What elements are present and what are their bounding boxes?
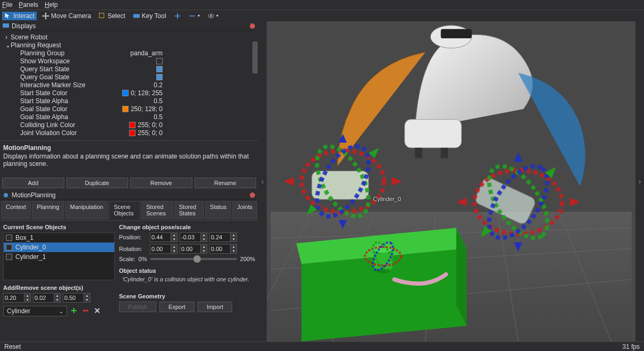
move-camera-tool[interactable]: Move Camera (40, 12, 93, 20)
add-button[interactable]: Add (2, 178, 64, 188)
tree-row[interactable]: Goal State Color250; 128; 0 (1, 105, 258, 113)
publish-button[interactable]: Publish (119, 302, 156, 312)
menu-panels[interactable]: Panels (19, 1, 38, 9)
viewport-3d[interactable]: Cylinder_0 (267, 21, 635, 341)
spin-down-icon[interactable]: ▾ (171, 249, 177, 253)
tab-scene-objects[interactable]: Scene Objects (109, 201, 140, 219)
tree-row[interactable]: Query Goal State (1, 73, 258, 81)
close-icon[interactable] (250, 23, 255, 29)
list-item[interactable]: Box_1 (4, 233, 114, 243)
duplicate-button[interactable]: Duplicate (66, 178, 129, 188)
view-tool[interactable]: ▾ (205, 12, 221, 20)
spin-up-icon[interactable]: ▴ (201, 233, 207, 237)
spin-down-icon[interactable]: ▾ (201, 249, 207, 253)
scene-objects-list[interactable]: Box_1Cylinder_0Cylinder_1 (3, 232, 115, 280)
spin-down-icon[interactable]: ▾ (54, 298, 60, 302)
remove-button[interactable]: Remove (130, 178, 192, 188)
tab-planning[interactable]: Planning (32, 201, 64, 219)
dim-0[interactable]: ▴▾ (3, 293, 31, 303)
tree-row[interactable]: Interactive Marker Size0.2 (1, 81, 258, 89)
add-tool[interactable] (172, 12, 183, 20)
remove-object-button[interactable] (81, 306, 90, 315)
import-button[interactable]: Import (198, 302, 232, 312)
dim-2[interactable]: ▴▾ (63, 293, 90, 303)
clear-objects-button[interactable] (92, 306, 102, 315)
tab-joints[interactable]: Joints (232, 201, 257, 219)
tab-stored-scenes[interactable]: Stored Scenes (141, 201, 173, 219)
mp-panel-title[interactable]: MotionPlanning (0, 190, 258, 200)
position-y[interactable]: ▴▾ (180, 232, 207, 242)
spin-down-icon[interactable]: ▾ (231, 249, 236, 253)
select-icon (98, 12, 106, 20)
prev-arrow[interactable]: ‹ (258, 21, 267, 341)
displays-icon (2, 22, 10, 30)
rotation-label: Rotation: (119, 246, 148, 252)
checkbox[interactable] (156, 74, 163, 80)
rotation-x[interactable]: ▴▾ (150, 244, 177, 254)
spin-up-icon[interactable]: ▴ (54, 294, 60, 298)
color-swatch[interactable] (129, 130, 135, 136)
tree-scene-robot[interactable]: ›Scene Robot (1, 33, 258, 41)
color-swatch[interactable] (122, 90, 129, 96)
color-swatch[interactable] (122, 106, 129, 112)
next-arrow[interactable]: › (635, 21, 644, 341)
rotation-y[interactable]: ▴▾ (180, 244, 207, 254)
position-x[interactable]: ▴▾ (150, 232, 177, 242)
menu-help[interactable]: Help (45, 1, 58, 9)
list-item[interactable]: Cylinder_1 (4, 252, 114, 262)
spin-down-icon[interactable]: ▾ (171, 237, 177, 241)
checkbox[interactable] (6, 235, 12, 241)
key-tool[interactable]: Key Tool (131, 12, 168, 20)
rotation-z[interactable]: ▴▾ (209, 244, 237, 254)
add-object-button[interactable] (69, 306, 79, 315)
scale-slider[interactable] (150, 258, 236, 260)
close-icon[interactable] (250, 193, 255, 198)
remove-tool[interactable]: ▾ (187, 12, 202, 20)
spin-up-icon[interactable]: ▴ (24, 294, 30, 298)
dim-1[interactable]: ▴▾ (33, 293, 61, 303)
spin-down-icon[interactable]: ▾ (24, 298, 30, 302)
spin-up-icon[interactable]: ▴ (231, 245, 236, 249)
rename-button[interactable]: Rename (194, 178, 257, 188)
spin-up-icon[interactable]: ▴ (171, 245, 177, 249)
interact-tool[interactable]: Interact (2, 12, 37, 20)
tree-row[interactable]: Goal State Alpha0.5 (1, 113, 258, 121)
tree-row[interactable]: Start State Alpha0.5 (1, 97, 258, 105)
export-button[interactable]: Export (159, 302, 194, 312)
spin-down-icon[interactable]: ▾ (201, 237, 207, 241)
chevron-down-icon: ⌄ (59, 308, 63, 314)
menu-file[interactable]: File (2, 1, 12, 9)
spin-down-icon[interactable]: ▾ (84, 298, 90, 302)
tab-stored-states[interactable]: Stored States (174, 201, 204, 219)
spin-up-icon[interactable]: ▴ (171, 233, 177, 237)
checkbox[interactable] (156, 66, 163, 72)
tree-row[interactable]: Query Start State (1, 65, 258, 73)
spin-up-icon[interactable]: ▴ (201, 245, 207, 249)
tab-status[interactable]: Status (205, 201, 231, 219)
displays-panel-title[interactable]: Displays (0, 21, 258, 31)
checkbox[interactable] (6, 254, 12, 260)
spin-down-icon[interactable]: ▾ (231, 237, 236, 241)
displays-tree-scroll[interactable]: ›Scene Robot ⌄Planning Request Planning … (0, 31, 258, 140)
svg-point-3 (210, 15, 212, 17)
reset-button[interactable]: Reset (4, 343, 21, 350)
position-z[interactable]: ▴▾ (209, 232, 237, 242)
shape-combo[interactable]: Cylinder ⌄ (3, 306, 67, 316)
tree-row[interactable]: Joint Violation Color255; 0; 0 (1, 129, 258, 137)
spin-up-icon[interactable]: ▴ (231, 233, 236, 237)
tree-scrollbar[interactable] (252, 31, 258, 140)
spin-up-icon[interactable]: ▴ (84, 294, 90, 298)
tab-context[interactable]: Context (1, 201, 31, 219)
tree-row[interactable]: Show Workspace (1, 57, 258, 65)
tab-manipulation[interactable]: Manipulation (65, 201, 108, 219)
tree-row[interactable]: Colliding Link Color255; 0; 0 (1, 121, 258, 129)
checkbox[interactable] (6, 244, 12, 250)
tree-row[interactable]: Start State Color0; 128; 255 (1, 89, 258, 97)
select-tool[interactable]: Select (96, 12, 127, 20)
color-swatch[interactable] (129, 122, 135, 128)
tree-row[interactable]: Planning Grouppanda_arm (1, 49, 258, 57)
checkbox[interactable] (156, 58, 163, 64)
tree-planning-request[interactable]: ⌄Planning Request (1, 41, 258, 49)
minus-icon (189, 12, 196, 20)
list-item[interactable]: Cylinder_0 (4, 243, 114, 252)
